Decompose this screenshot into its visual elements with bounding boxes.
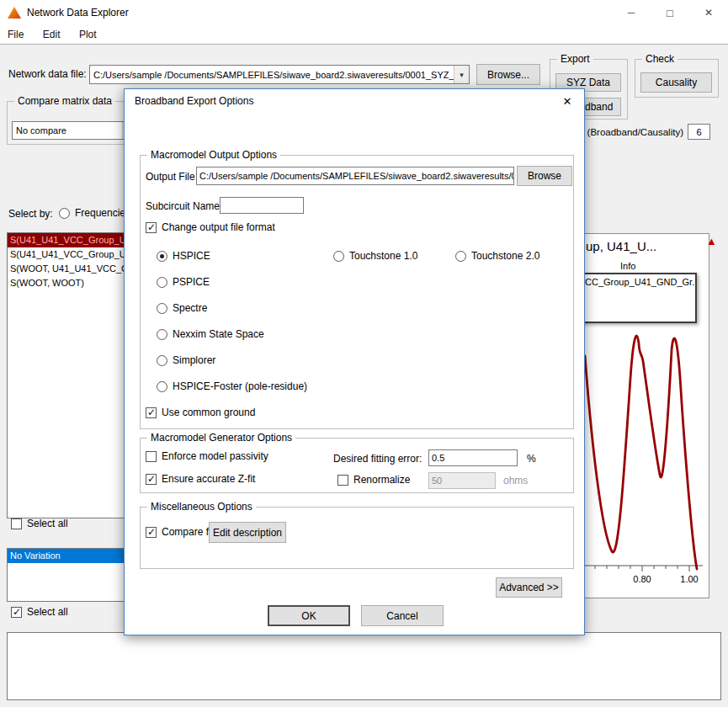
radio-icon: [157, 355, 167, 366]
format-radio-hspice[interactable]: HSPICE: [157, 250, 210, 262]
menu-edit[interactable]: Edit: [35, 25, 68, 44]
dialog-close-icon[interactable]: ✕: [550, 89, 584, 113]
zfit-checkbox[interactable]: Ensure accurate Z-fit: [146, 473, 255, 485]
export-group-label: Export: [557, 53, 593, 65]
enforce-passivity-label: Enforce model passivity: [162, 450, 268, 462]
close-icon[interactable]: ✕: [689, 0, 728, 25]
checkbox-icon: [11, 518, 22, 529]
fitting-error-field[interactable]: 0.5: [428, 449, 518, 466]
format-radio-nexxim[interactable]: Nexxim State Space: [157, 328, 264, 340]
frequencies-radio[interactable]: Frequencies: [59, 207, 130, 219]
enforce-passivity-checkbox[interactable]: Enforce model passivity: [146, 450, 268, 462]
renormalize-label: Renormalize: [353, 474, 410, 486]
network-data-file-combo[interactable]: C:/Users/sample /Documents/SAMPLEFILES/s…: [89, 65, 470, 84]
menu-plot[interactable]: Plot: [72, 25, 104, 44]
precision-label: (Broadband/Causality): [581, 127, 683, 137]
select-all-curves-label: Select all: [27, 518, 68, 529]
format-label: HSPICE-Foster (pole-residue): [173, 380, 307, 392]
curve-list-item[interactable]: S(U41_U41_VCC_Group_U: [8, 233, 124, 247]
output-options-group-label: Macromodel Output Options: [147, 149, 280, 161]
curve-list-item[interactable]: S(WOOT, WOOT): [8, 276, 124, 290]
compare-fit-checkbox[interactable]: Compare fit: [146, 526, 214, 538]
renormalize-checkbox[interactable]: Renormalize: [337, 474, 410, 486]
format-label: HSPICE: [173, 250, 210, 262]
checkbox-icon: [337, 475, 348, 486]
radio-icon: [157, 303, 167, 314]
select-all-curves-checkbox[interactable]: Select all: [11, 518, 68, 529]
format-label: Simplorer: [173, 354, 215, 366]
ohms-label: ohms: [503, 475, 528, 486]
use-common-ground-checkbox[interactable]: Use common ground: [146, 407, 255, 418]
subcircuit-name-field[interactable]: [220, 197, 304, 214]
format-radio-hspice-foster[interactable]: HSPICE-Foster (pole-residue): [157, 380, 307, 392]
change-format-checkbox[interactable]: Change output file format: [146, 221, 275, 233]
edit-description-button[interactable]: Edit description: [209, 522, 286, 543]
compare-fit-label: Compare fit: [162, 526, 214, 538]
radio-icon: [157, 277, 167, 288]
minimize-icon[interactable]: ─: [612, 0, 651, 25]
select-all-variations-checkbox[interactable]: Select all: [11, 606, 68, 618]
select-by-label: Select by:: [8, 208, 53, 220]
ansys-logo-icon: [7, 5, 22, 24]
advanced-button[interactable]: Advanced >>: [496, 577, 562, 598]
format-label: Touchstone 2.0: [471, 250, 539, 262]
checkbox-icon: [146, 222, 157, 233]
format-radio-spectre[interactable]: Spectre: [157, 302, 207, 314]
format-radio-touchstone1[interactable]: Touchstone 1.0: [333, 250, 417, 262]
variation-list-item[interactable]: No Variation: [8, 549, 124, 563]
causality-button[interactable]: Causality: [640, 72, 712, 93]
message-area: [7, 632, 721, 700]
checkbox-icon: [11, 607, 22, 618]
maximize-icon[interactable]: □: [651, 0, 689, 25]
output-file-label: Output File:: [146, 171, 198, 183]
format-label: Nexxim State Space: [173, 328, 264, 340]
variation-listbox[interactable]: No Variation: [7, 548, 125, 602]
frequencies-radio-label: Frequencies: [75, 207, 130, 219]
format-radio-pspice[interactable]: PSPICE: [157, 276, 210, 288]
misc-options-group: Miscellaneous Options: [140, 507, 574, 569]
curve-list-item[interactable]: S(U41_U41_VCC_Group_U: [8, 247, 124, 262]
x-tick-label: 1.00: [676, 574, 703, 584]
misc-options-group-label: Miscellaneous Options: [147, 501, 256, 513]
format-label: Touchstone 1.0: [349, 250, 417, 262]
compare-group-label: Compare matrix data: [14, 95, 115, 107]
format-radio-simplorer[interactable]: Simplorer: [157, 354, 215, 366]
format-label: PSPICE: [173, 276, 210, 288]
change-format-label: Change output file format: [162, 221, 275, 233]
warning-icon: ▲: [706, 236, 717, 247]
output-browse-button[interactable]: Browse: [517, 166, 572, 186]
titlebar: Network Data Explorer ─ □ ✕: [0, 0, 728, 25]
subcircuit-name-label: Subcircuit Name:: [146, 200, 222, 212]
radio-icon: [333, 251, 344, 262]
window-title: Network Data Explorer: [27, 0, 129, 25]
checkbox-icon: [146, 451, 157, 462]
dialog-titlebar[interactable]: Broadband Export Options ✕: [125, 89, 584, 113]
network-data-file-label: Network data file:: [8, 68, 87, 80]
checkbox-icon: [146, 407, 157, 418]
browse-button[interactable]: Browse...: [476, 64, 540, 85]
chevron-down-icon[interactable]: ▾: [454, 66, 469, 83]
format-radio-touchstone2[interactable]: Touchstone 2.0: [455, 250, 539, 262]
zfit-label: Ensure accurate Z-fit: [162, 473, 255, 485]
curve-listbox[interactable]: S(U41_U41_VCC_Group_U S(U41_U41_VCC_Grou…: [7, 232, 125, 518]
menu-file[interactable]: File: [0, 25, 31, 44]
compare-combo[interactable]: No compare ▾: [12, 121, 138, 140]
generator-options-group-label: Macromodel Generator Options: [147, 432, 295, 444]
menubar: File Edit Plot: [0, 25, 728, 45]
fitting-error-label: Desired fitting error:: [333, 453, 422, 465]
curve-list-item[interactable]: S(WOOT, U41_U41_VCC_G: [8, 262, 124, 276]
dialog-title: Broadband Export Options: [135, 89, 253, 113]
cancel-button[interactable]: Cancel: [361, 605, 444, 626]
select-all-variations-label: Select all: [27, 606, 68, 618]
output-file-field[interactable]: C:/Users/sample /Documents/SAMPLEFILES/s…: [196, 167, 514, 185]
percent-label: %: [527, 453, 536, 465]
radio-icon: [157, 381, 167, 392]
radio-icon: [157, 251, 167, 262]
precision-field[interactable]: 6: [688, 124, 710, 140]
ok-button[interactable]: OK: [268, 605, 350, 626]
app-window: Network Data Explorer ─ □ ✕ File Edit Pl…: [0, 0, 728, 707]
checkbox-icon: [146, 527, 157, 538]
use-common-ground-label: Use common ground: [162, 407, 255, 418]
checkbox-icon: [146, 474, 157, 485]
network-data-file-value: C:/Users/sample /Documents/SAMPLEFILES/s…: [90, 70, 454, 80]
